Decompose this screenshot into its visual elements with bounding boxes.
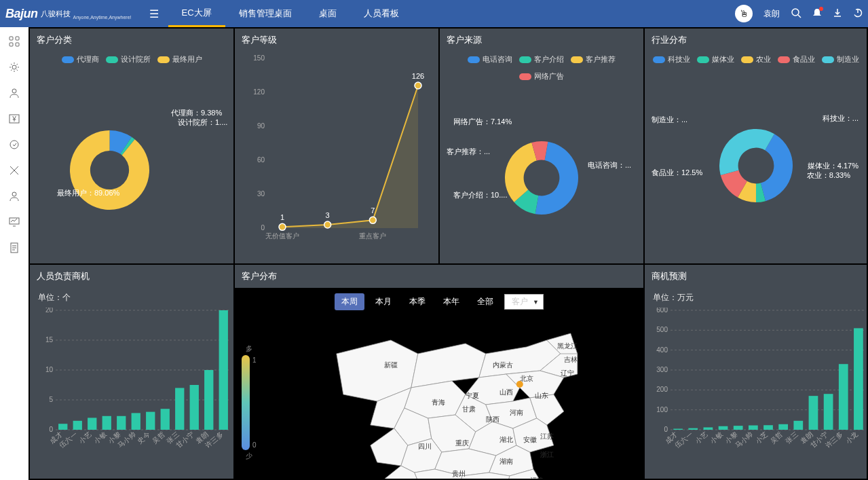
legend-item[interactable]: 科技业 bbox=[653, 54, 690, 64]
map-type-select[interactable]: 客户 bbox=[504, 294, 544, 310]
person2-icon[interactable] bbox=[8, 190, 20, 202]
legend-item[interactable]: 客户推荐 bbox=[571, 54, 616, 64]
panel-title: 客户分类 bbox=[30, 29, 233, 52]
nav-tabs: EC大屏 销售管理桌面 桌面 人员看板 bbox=[168, 0, 413, 27]
svg-text:湖北: 湖北 bbox=[499, 436, 513, 443]
svg-text:重庆: 重庆 bbox=[455, 439, 469, 447]
svg-rect-46 bbox=[88, 418, 96, 430]
logo-sub: 八骏科技 bbox=[41, 9, 71, 19]
svg-text:126: 126 bbox=[412, 72, 424, 80]
logo-slogan: Anyone,Anytime,Anywhere! bbox=[73, 15, 132, 20]
legend-item[interactable]: 制造业 bbox=[822, 54, 859, 64]
svg-point-9 bbox=[12, 89, 16, 93]
tab-people[interactable]: 人员看板 bbox=[350, 0, 413, 27]
svg-line-1 bbox=[798, 15, 801, 18]
svg-text:100: 100 bbox=[656, 406, 668, 413]
filter-week[interactable]: 本周 bbox=[335, 293, 364, 310]
svg-text:马小帅: 马小帅 bbox=[734, 430, 754, 449]
svg-rect-128 bbox=[854, 328, 863, 430]
doc-icon[interactable] bbox=[8, 242, 20, 254]
slice-label: 农业：8.33% bbox=[807, 170, 850, 181]
tools-icon[interactable] bbox=[8, 164, 20, 177]
filter-all[interactable]: 全部 bbox=[470, 293, 500, 310]
svg-text:30: 30 bbox=[257, 190, 265, 198]
panel-title: 客户分布 bbox=[235, 265, 643, 288]
legend-item[interactable]: 客户介绍 bbox=[519, 54, 564, 64]
person-icon[interactable] bbox=[8, 87, 20, 99]
svg-rect-120 bbox=[793, 421, 803, 430]
svg-rect-7 bbox=[16, 43, 19, 46]
svg-text:¥: ¥ bbox=[12, 115, 16, 123]
svg-text:新疆: 新疆 bbox=[384, 361, 398, 369]
grid-icon[interactable] bbox=[8, 35, 20, 48]
svg-text:许三多: 许三多 bbox=[824, 430, 844, 449]
svg-text:北京: 北京 bbox=[520, 375, 533, 382]
legend-item[interactable]: 媒体业 bbox=[697, 54, 734, 64]
panel-title: 人员负责商机 bbox=[30, 265, 233, 288]
legend-item[interactable]: 代理商 bbox=[62, 54, 99, 64]
panel-forecast: 商机预测 单位：万元 0100200300400500600成才伍六一小艺小敏小… bbox=[645, 265, 867, 479]
svg-rect-126 bbox=[839, 364, 848, 430]
svg-rect-110 bbox=[719, 426, 728, 430]
donut-chart: 科技业：... 媒体业：4.17% 农业：8.33% 食品业：12.5% 制造业… bbox=[645, 67, 867, 263]
panel-customer-source: 客户来源 电话咨询 客户介绍 客户推荐 网络广告 网络广告：7.14% 电话咨询… bbox=[440, 29, 643, 263]
svg-text:0: 0 bbox=[664, 426, 668, 433]
svg-point-22 bbox=[279, 223, 286, 230]
menu-icon[interactable]: ☰ bbox=[149, 7, 159, 20]
svg-rect-112 bbox=[734, 426, 743, 430]
svg-text:小芝: 小芝 bbox=[754, 430, 769, 445]
svg-text:3: 3 bbox=[326, 211, 330, 219]
monitor-icon[interactable] bbox=[8, 216, 20, 228]
filter-month[interactable]: 本月 bbox=[369, 293, 398, 310]
svg-text:青海: 青海 bbox=[432, 399, 445, 406]
gradient-legend: 多 1 0 少 bbox=[242, 343, 257, 462]
tab-ec[interactable]: EC大屏 bbox=[168, 0, 225, 27]
filter-year[interactable]: 本年 bbox=[436, 293, 466, 310]
china-map[interactable]: 新疆 内蒙古 黑龙江 吉林 辽宁 北京 山西 山东 河南 青海 宁夏 甘肃 陕西… bbox=[296, 313, 595, 479]
search-icon[interactable] bbox=[791, 7, 801, 20]
power-icon[interactable] bbox=[853, 8, 863, 20]
svg-rect-56 bbox=[161, 409, 170, 430]
line-chart: 0306090120150137126无价值客户重点客户 bbox=[235, 52, 438, 263]
legend-item[interactable]: 设计院所 bbox=[106, 54, 151, 64]
legend-item[interactable]: 农业 bbox=[741, 54, 771, 64]
legend-item[interactable]: 网络广告 bbox=[519, 71, 564, 81]
svg-text:小艺: 小艺 bbox=[694, 430, 709, 445]
target-icon[interactable] bbox=[8, 139, 20, 151]
gear-icon[interactable] bbox=[8, 61, 20, 73]
svg-rect-116 bbox=[763, 425, 773, 430]
unit-label: 单位：万元 bbox=[645, 288, 867, 308]
svg-text:吉林: 吉林 bbox=[564, 356, 578, 363]
svg-text:无价值客户: 无价值客户 bbox=[265, 232, 299, 240]
legend-item[interactable]: 最终用户 bbox=[157, 54, 202, 64]
svg-text:小龙: 小龙 bbox=[844, 430, 859, 445]
panel-title: 行业分布 bbox=[645, 29, 867, 52]
svg-rect-42 bbox=[58, 424, 67, 430]
panel-person-opportunity: 人员负责商机 单位：个 05101520成才伍六一小艺小敏小黎马小帅史今吴哲张三… bbox=[30, 265, 233, 479]
filter-quarter[interactable]: 本季 bbox=[402, 293, 432, 310]
download-icon[interactable] bbox=[833, 8, 842, 20]
logo: Bajun 八骏科技 Anyone,Anytime,Anywhere! bbox=[5, 7, 132, 21]
slice-label: 最终用户：89.06% bbox=[57, 188, 119, 198]
tab-sales[interactable]: 销售管理桌面 bbox=[225, 0, 305, 27]
user-name: 袁朗 bbox=[763, 8, 780, 20]
svg-point-12 bbox=[10, 141, 18, 149]
bar-chart: 05101520成才伍六一小艺小敏小黎马小帅史今吴哲张三甘小宁袁朗许三多 bbox=[30, 308, 233, 479]
panel-title: 客户来源 bbox=[440, 29, 643, 52]
legend-item[interactable]: 食品业 bbox=[778, 54, 815, 64]
legend-item[interactable]: 电话咨询 bbox=[468, 54, 512, 64]
svg-text:10: 10 bbox=[45, 366, 54, 373]
bell-icon[interactable] bbox=[812, 8, 822, 20]
money-icon[interactable]: ¥ bbox=[8, 113, 20, 125]
svg-rect-48 bbox=[102, 416, 111, 430]
svg-rect-118 bbox=[778, 424, 788, 430]
avatar[interactable]: 🖱 bbox=[735, 5, 753, 22]
svg-point-28 bbox=[415, 82, 421, 89]
svg-text:7: 7 bbox=[371, 206, 375, 215]
svg-text:江苏: 江苏 bbox=[540, 432, 554, 440]
svg-text:60: 60 bbox=[257, 156, 265, 164]
tab-desktop[interactable]: 桌面 bbox=[305, 0, 350, 27]
svg-text:90: 90 bbox=[257, 122, 265, 130]
svg-text:伍六一: 伍六一 bbox=[673, 430, 694, 449]
donut-chart: 网络广告：7.14% 电话咨询：... 客户推荐：... 客户介绍：10.... bbox=[440, 84, 643, 263]
